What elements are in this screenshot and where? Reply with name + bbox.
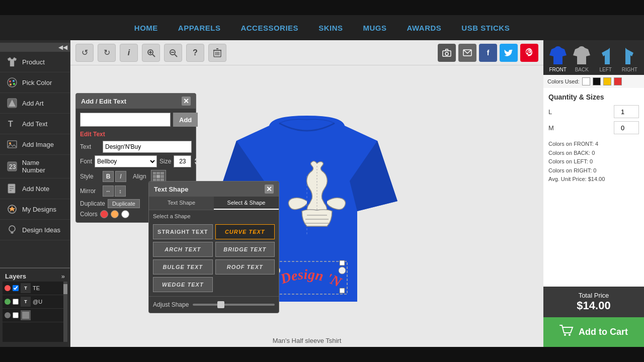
facebook-share-btn[interactable]: f: [479, 44, 497, 62]
color-white[interactable]: [121, 210, 129, 218]
svg-text:23: 23: [9, 163, 16, 170]
duplicate-btn[interactable]: Duplicate: [108, 199, 140, 208]
svg-point-4: [10, 83, 12, 85]
sidebar-item-my-designs[interactable]: My Designs: [0, 199, 70, 220]
colors-info: Colors on FRONT: 4 Colors on BACK: 0 Col…: [548, 137, 639, 187]
twitter-share-btn[interactable]: [500, 44, 518, 62]
size-spinner[interactable]: ▲ ▼: [194, 157, 198, 165]
delete-btn[interactable]: [208, 44, 226, 62]
add-edit-text-close-btn[interactable]: ✕: [182, 97, 191, 106]
roof-text-btn[interactable]: ROOF TEXT: [215, 259, 275, 275]
text-icon: T: [6, 118, 18, 130]
color-red[interactable]: [100, 210, 108, 218]
camera-share-btn[interactable]: [438, 44, 456, 62]
sidebar-item-add-art[interactable]: Add Art: [0, 93, 70, 114]
share-buttons: f: [438, 44, 538, 62]
help-btn[interactable]: ?: [186, 44, 204, 62]
sidebar-item-product[interactable]: Product: [0, 52, 70, 72]
curve-text-btn[interactable]: CURVE TEXT: [215, 224, 275, 239]
redo-btn[interactable]: ↻: [98, 44, 116, 62]
color-orange[interactable]: [111, 210, 119, 218]
sidebar-add-note-label: Add Note: [22, 185, 49, 193]
slider-thumb[interactable]: [217, 301, 224, 308]
sidebar-item-design-ideas[interactable]: Design Ideas: [0, 220, 70, 240]
color-swatch-red[interactable]: [614, 77, 622, 85]
text-value-input[interactable]: [103, 141, 192, 153]
colors-used-bar: Colors Used:: [543, 75, 644, 88]
pinterest-share-btn[interactable]: [520, 44, 538, 62]
wedge-text-btn[interactable]: WEDGE TEXT: [153, 277, 213, 292]
color-swatch-black[interactable]: [593, 77, 601, 85]
add-edit-text-title: Add / Edit Text: [81, 98, 126, 105]
layer-checkbox[interactable]: [13, 312, 19, 318]
mirror-v-btn[interactable]: ↕: [115, 186, 126, 197]
duplicate-label: Duplicate: [80, 200, 105, 207]
svg-rect-48: [340, 288, 345, 293]
nav-awards[interactable]: AWARDS: [407, 24, 441, 32]
adjust-shape-label: Adjust Shape: [153, 301, 189, 308]
arch-text-btn[interactable]: ARCH TEXT: [153, 242, 213, 257]
color-swatch-yellow[interactable]: [603, 77, 611, 85]
size-input[interactable]: [174, 155, 191, 167]
layers-title: Layers: [5, 273, 26, 280]
tab-select-shape[interactable]: Select & Shape: [214, 197, 279, 210]
add-text-input[interactable]: [80, 113, 171, 127]
bridge-text-btn[interactable]: BRIDGE TEXT: [215, 242, 275, 257]
layer-item[interactable]: [3, 309, 67, 322]
layer-radio[interactable]: [5, 299, 11, 305]
svg-text:T: T: [8, 120, 13, 128]
text-label: Text: [80, 143, 100, 150]
info-btn[interactable]: i: [120, 44, 138, 62]
total-price-label: Total Price: [548, 292, 639, 299]
bulge-text-btn[interactable]: BULGE TEXT: [153, 259, 213, 275]
nav-home[interactable]: HOME: [134, 24, 158, 32]
sidebar-item-add-image[interactable]: Add Image: [0, 134, 70, 155]
straight-text-btn[interactable]: STRAIGHT TEXT: [153, 224, 213, 239]
email-share-btn[interactable]: [458, 44, 476, 62]
add-text-btn[interactable]: Add: [173, 113, 198, 127]
view-tab-front[interactable]: FRONT: [548, 45, 568, 72]
zoom-out-btn[interactable]: [164, 44, 182, 62]
sidebar-item-add-note[interactable]: Add Note: [0, 178, 70, 199]
layers-expand-btn[interactable]: »: [61, 273, 65, 280]
layer-item[interactable]: T TE: [3, 282, 67, 295]
tab-text-shape[interactable]: Text Shape: [149, 197, 214, 210]
view-tab-back[interactable]: BACK: [572, 45, 591, 72]
nav-accessories[interactable]: ACCESSORIES: [240, 24, 298, 32]
zoom-in-btn[interactable]: [142, 44, 160, 62]
italic-btn[interactable]: I: [115, 171, 126, 182]
view-tab-left-label: LEFT: [600, 67, 612, 72]
color-swatch-white[interactable]: [582, 77, 590, 85]
qty-input-m[interactable]: [614, 121, 639, 134]
layer-checkbox[interactable]: [13, 285, 19, 291]
nav-skins[interactable]: SKINS: [318, 24, 343, 32]
text-colors-label: Colors: [80, 211, 98, 218]
undo-btn[interactable]: ↺: [75, 44, 94, 62]
layers-scrollbar[interactable]: [63, 282, 67, 342]
slider-track: [193, 304, 275, 306]
add-to-cart-btn[interactable]: Add to Cart: [543, 317, 644, 347]
text-shape-close-btn[interactable]: ✕: [265, 185, 274, 194]
nav-usb-sticks[interactable]: USB STICKS: [461, 24, 510, 32]
main-layout: ◀◀ Product Pick Color: [0, 40, 644, 347]
bold-btn[interactable]: B: [103, 171, 114, 182]
quantity-section: Quantity & Sizes L M Colors on FRONT: 4 …: [543, 88, 644, 287]
qty-input-l[interactable]: [614, 105, 639, 118]
font-select[interactable]: Bellboy Arial Times New Roman: [95, 155, 157, 167]
left-sidebar: ◀◀ Product Pick Color: [0, 40, 70, 347]
nav-mugs[interactable]: MUGS: [363, 24, 386, 32]
sidebar-item-name-number[interactable]: 23 Name Number: [0, 155, 70, 178]
sidebar-item-pick-color[interactable]: Pick Color: [0, 72, 70, 93]
nav-apparels[interactable]: APPARELS: [178, 24, 221, 32]
sidebar-item-add-text[interactable]: T Add Text: [0, 114, 70, 134]
layer-radio[interactable]: [5, 312, 11, 318]
layer-checkbox[interactable]: [13, 299, 19, 305]
view-tab-right[interactable]: RIGHT: [620, 45, 639, 72]
mirror-h-btn[interactable]: ↔: [103, 186, 114, 197]
sidebar-collapse-btn[interactable]: ◀◀: [58, 44, 67, 51]
view-tab-left[interactable]: LEFT: [596, 45, 615, 72]
product-label: Man's Half sleeve Tshirt: [273, 337, 342, 344]
layer-item[interactable]: T @U: [3, 295, 67, 309]
layer-radio[interactable]: [5, 285, 11, 291]
sidebar-design-ideas-label: Design Ideas: [22, 226, 60, 234]
